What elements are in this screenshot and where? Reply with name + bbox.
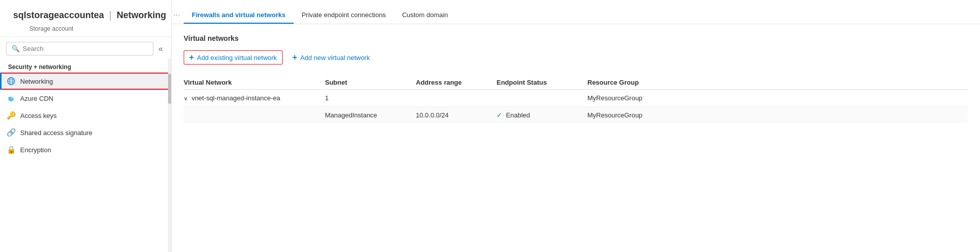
virtual-networks-table: Virtual Network Subnet Address range End… bbox=[184, 75, 968, 123]
app-title-row: sqlstorageaccountea | Networking ··· bbox=[8, 7, 163, 23]
sas-icon: 🔗 bbox=[7, 129, 15, 137]
security-networking-label: Security + networking bbox=[0, 58, 171, 73]
sidebar-item-sas[interactable]: 🔗 Shared access signature bbox=[0, 124, 171, 141]
tab-bar: Firewalls and virtual networks Private e… bbox=[184, 7, 968, 24]
tab-custom-domain[interactable]: Custom domain bbox=[394, 7, 456, 24]
col-address-range: Address range bbox=[416, 75, 497, 90]
sidebar-item-encryption[interactable]: 🔒 Encryption bbox=[0, 141, 171, 158]
vnet-endpoint-status bbox=[497, 90, 587, 107]
add-new-label: Add new virtual network bbox=[300, 54, 370, 61]
col-endpoint-status: Endpoint Status bbox=[497, 75, 587, 90]
search-icon: 🔍 bbox=[12, 45, 20, 52]
resource-type: Storage account bbox=[29, 25, 163, 32]
col-virtual-network: Virtual Network bbox=[184, 75, 325, 90]
resource-name: sqlstorageaccountea bbox=[13, 10, 104, 21]
page-name: Networking bbox=[117, 10, 166, 21]
vnet-resource-group: MyResourceGroup bbox=[587, 90, 968, 107]
vnet-detail-name bbox=[184, 107, 325, 124]
sidebar-header: sqlstorageaccountea | Networking ··· Sto… bbox=[0, 0, 171, 37]
col-subnet: Subnet bbox=[325, 75, 416, 90]
add-existing-vnet-button[interactable]: + Add existing virtual network bbox=[184, 50, 283, 65]
col-resource-group: Resource Group bbox=[587, 75, 968, 90]
check-icon: ✓ bbox=[497, 111, 502, 119]
chevron-down-icon[interactable]: ∨ bbox=[184, 95, 188, 101]
table-row: ManagedInstance 10.0.0.0/24 ✓ Enabled My… bbox=[184, 107, 968, 124]
networking-icon bbox=[7, 77, 15, 85]
sidebar-item-azure-cdn[interactable]: Azure CDN bbox=[0, 90, 171, 107]
page-header: Firewalls and virtual networks Private e… bbox=[172, 0, 980, 24]
virtual-networks-title: Virtual networks bbox=[184, 34, 968, 42]
sidebar-item-label-cdn: Azure CDN bbox=[20, 95, 53, 102]
cdn-icon bbox=[7, 94, 15, 102]
sidebar: sqlstorageaccountea | Networking ··· Sto… bbox=[0, 0, 172, 252]
svg-rect-12 bbox=[9, 99, 14, 101]
vnet-detail-subnet: ManagedInstance bbox=[325, 107, 416, 124]
tab-firewalls[interactable]: Firewalls and virtual networks bbox=[184, 7, 294, 24]
main-area: Virtual networks + Add existing virtual … bbox=[172, 24, 980, 252]
tab-private-endpoint[interactable]: Private endpoint connections bbox=[294, 7, 394, 24]
table-row: ∨ vnet-sql-managed-instance-ea 1 MyResou… bbox=[184, 90, 968, 107]
sidebar-item-access-keys[interactable]: 🔑 Access keys bbox=[0, 107, 171, 124]
search-bar[interactable]: 🔍 bbox=[6, 42, 153, 55]
encryption-icon: 🔒 bbox=[7, 146, 15, 154]
key-icon: 🔑 bbox=[7, 111, 15, 119]
vnet-subnet-count: 1 bbox=[325, 90, 416, 107]
sidebar-item-networking[interactable]: Networking bbox=[0, 73, 171, 90]
sidebar-item-label-encryption: Encryption bbox=[20, 146, 51, 154]
vnet-detail-address-range: 10.0.0.0/24 bbox=[416, 107, 497, 124]
search-input[interactable] bbox=[23, 45, 148, 52]
plus-icon-existing: + bbox=[189, 53, 194, 62]
sidebar-item-label-sas: Shared access signature bbox=[20, 129, 92, 137]
vnet-address-range bbox=[416, 90, 497, 107]
vnet-detail-endpoint-status: ✓ Enabled bbox=[497, 107, 587, 124]
sidebar-item-label-access-keys: Access keys bbox=[20, 112, 57, 119]
plus-icon-new: + bbox=[293, 53, 297, 62]
action-bar: + Add existing virtual network + Add new… bbox=[184, 50, 968, 65]
collapse-button[interactable]: « bbox=[156, 42, 165, 55]
sidebar-item-label-networking: Networking bbox=[20, 78, 53, 85]
vnet-name: ∨ vnet-sql-managed-instance-ea bbox=[184, 90, 325, 107]
vnet-detail-resource-group: MyResourceGroup bbox=[587, 107, 968, 124]
main-content: Firewalls and virtual networks Private e… bbox=[172, 0, 980, 252]
sidebar-nav: Security + networking Networking bbox=[0, 58, 171, 252]
title-separator: | bbox=[109, 10, 112, 21]
add-new-vnet-button[interactable]: + Add new virtual network bbox=[293, 53, 370, 62]
add-existing-label: Add existing virtual network bbox=[197, 54, 277, 61]
search-row: 🔍 « bbox=[0, 37, 171, 58]
